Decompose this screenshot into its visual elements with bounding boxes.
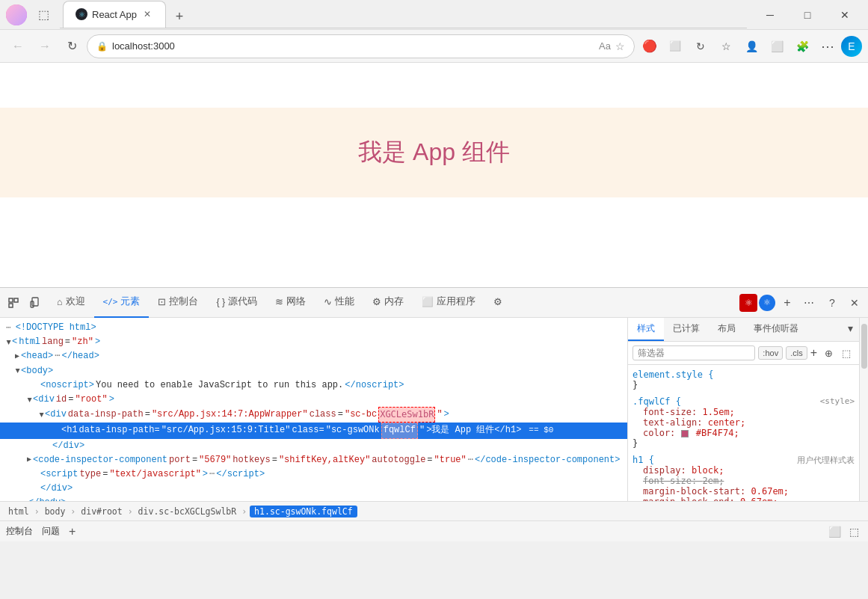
breadcrumb-h1[interactable]: h1.sc-gswONk.fqwlCf xyxy=(250,506,357,517)
tab-memory[interactable]: ⚙ 内存 xyxy=(363,288,413,318)
breadcrumb-div-root[interactable]: div#root xyxy=(79,506,124,517)
collections-icon[interactable]: ☆ xyxy=(714,34,738,58)
back-button[interactable]: ← xyxy=(6,34,30,58)
html-tree-selected-line[interactable]: <h1 data-insp-path="src/App.jsx:15:9:Tit… xyxy=(0,423,627,438)
html-tree-line[interactable]: </div> xyxy=(0,482,627,496)
styles-more-button[interactable]: ▾ xyxy=(842,318,859,341)
devtools-blue-icon[interactable]: ⚛ xyxy=(759,295,775,311)
tab-styles[interactable]: 样式 xyxy=(628,318,664,341)
extensions-icon[interactable]: 🧩 xyxy=(790,34,814,58)
toggle-device-button[interactable]: ⬚ xyxy=(838,345,855,361)
html-tree-line[interactable]: ▶ <code-inspector-component port="5679" … xyxy=(0,453,627,467)
performance-icon: ∿ xyxy=(324,296,332,307)
tab-close-button[interactable]: ✕ xyxy=(141,8,153,20)
close-devtools-button[interactable]: ✕ xyxy=(844,292,865,313)
tab-console[interactable]: ⊡ 控制台 xyxy=(149,288,207,318)
dock-side-button[interactable]: ⬚ xyxy=(846,523,862,540)
collapse-triangle[interactable]: ▶ xyxy=(23,398,35,402)
more-options-button[interactable]: ⋯ xyxy=(799,295,820,310)
reload-button[interactable]: ↻ xyxy=(60,34,84,58)
html-tree-line[interactable]: </div> xyxy=(0,439,627,453)
device-emulation-button[interactable] xyxy=(25,292,46,313)
html-tree-line[interactable]: <script type="text/javascript"> ⋯ </scri… xyxy=(0,467,627,482)
html-tree-line[interactable]: ▶ <div id="root" > xyxy=(0,393,627,407)
html-tree-line[interactable]: ▶ <head> ⋯ </head> xyxy=(0,349,627,363)
scrollbar-thumb[interactable] xyxy=(861,324,867,369)
add-tab-button[interactable]: + xyxy=(777,292,798,313)
active-tab[interactable]: ⚛ React App ✕ xyxy=(63,1,166,28)
new-style-rule-button[interactable]: ⊕ xyxy=(820,345,837,361)
console-label: 控制台 xyxy=(169,295,198,308)
style-selector-row: h1 { 用户代理样式表 xyxy=(632,455,855,465)
profile-avatar[interactable] xyxy=(6,4,27,25)
performance-label: 性能 xyxy=(335,295,354,308)
html-tree-line[interactable]: </body> xyxy=(0,496,627,501)
select-element-button[interactable] xyxy=(3,292,24,313)
tab-security[interactable]: ⚙ xyxy=(484,288,511,318)
undock-bottom-button[interactable]: ⬜ xyxy=(826,523,843,540)
nav-icon-1[interactable]: 🔴 xyxy=(638,34,662,58)
breadcrumb-div-sc[interactable]: div.sc-bcXGCLgSwlbR xyxy=(136,506,239,517)
sources-icon: { } xyxy=(216,297,225,307)
maximize-button[interactable]: □ xyxy=(790,3,825,27)
devtools-toolbar: ⌂ 欢迎 </> 元素 ⊡ 控制台 { } 源代码 ≋ 网络 ∿ 性能 xyxy=(0,288,868,318)
welcome-icon: ⌂ xyxy=(57,297,63,307)
hov-button[interactable]: :hov xyxy=(758,346,783,360)
minimize-button[interactable]: ─ xyxy=(753,3,787,27)
tab-welcome[interactable]: ⌂ 欢迎 xyxy=(48,288,94,318)
collapse-triangle[interactable]: ▶ xyxy=(15,351,19,363)
breadcrumb-html[interactable]: html xyxy=(6,506,31,517)
cls-button[interactable]: .cls xyxy=(786,346,807,360)
forward-button[interactable]: → xyxy=(33,34,57,58)
style-closing: } xyxy=(632,380,855,390)
add-panel-button[interactable]: + xyxy=(69,525,76,538)
html-tree-line[interactable]: ▶ <html lang="zh" > xyxy=(0,335,627,349)
html-tree-line[interactable]: ⋯ <!DOCTYPE html> xyxy=(0,321,627,335)
nav-icon-2[interactable]: ⬜ xyxy=(663,34,687,58)
html-tree-line[interactable]: ▶ <div data-insp-path="src/App.jsx:14:7:… xyxy=(0,407,627,423)
page-background-section: 我是 App 组件 xyxy=(0,108,868,197)
styles-filter-input[interactable] xyxy=(632,345,755,360)
html-tree-line[interactable]: ▶ <body> xyxy=(0,364,627,378)
extension-icon[interactable]: ⬚ xyxy=(33,4,54,25)
collapse-triangle[interactable]: ▶ xyxy=(2,340,14,345)
refresh-icon[interactable]: ↻ xyxy=(689,34,712,58)
react-devtools-icon[interactable]: ⚛ xyxy=(739,294,757,312)
tab-application[interactable]: ⬜ 应用程序 xyxy=(413,288,484,318)
more-button[interactable]: ⋯ xyxy=(816,34,840,58)
tab-layout[interactable]: 布局 xyxy=(709,318,745,341)
collapse-triangle[interactable]: ▶ xyxy=(11,369,23,373)
style-prop-margin-block-start: margin-block-start: 0.67em; xyxy=(632,486,855,497)
breadcrumb-body[interactable]: body xyxy=(43,506,68,517)
tab-network[interactable]: ≋ 网络 xyxy=(266,288,315,318)
filter-icons: ⊕ ⬚ xyxy=(820,345,855,361)
style-prop-display: display: block; xyxy=(632,465,855,476)
address-bar[interactable]: 🔒 localhost:3000 Aa ☆ xyxy=(87,34,635,58)
bottom-right-icons: ⬜ ⬚ xyxy=(826,523,862,540)
tab-computed[interactable]: 已计算 xyxy=(664,318,709,341)
add-style-button[interactable]: + xyxy=(810,346,817,360)
tab-performance[interactable]: ∿ 性能 xyxy=(315,288,363,318)
sidebar-icon[interactable]: ⬜ xyxy=(765,34,789,58)
copilot-icon[interactable]: Aa xyxy=(599,40,611,52)
close-button[interactable]: ✕ xyxy=(828,3,862,27)
security-icon: ⚙ xyxy=(493,296,502,307)
color-swatch[interactable] xyxy=(681,430,689,437)
style-prop-text-align: text-align: center; xyxy=(632,417,855,428)
tab-sources[interactable]: { } 源代码 xyxy=(207,288,266,318)
collapse-triangle[interactable]: ▶ xyxy=(35,413,47,417)
tab-event-listeners[interactable]: 事件侦听器 xyxy=(745,318,807,341)
console-icon: ⊡ xyxy=(158,296,166,307)
issues-bottom-link[interactable]: 问题 xyxy=(42,525,60,538)
collapse-triangle[interactable]: ▶ xyxy=(27,454,31,466)
account-icon[interactable]: 👤 xyxy=(739,34,763,58)
html-tree-line[interactable]: <noscript>You need to enable JavaScript … xyxy=(0,378,627,393)
scrollbar[interactable] xyxy=(859,318,868,501)
help-button[interactable]: ? xyxy=(822,292,843,313)
edge-icon[interactable]: E xyxy=(841,36,862,57)
tab-elements[interactable]: </> 元素 xyxy=(94,288,150,318)
tab-bar: ⚛ React App ✕ + xyxy=(60,1,747,28)
console-bottom-link[interactable]: 控制台 xyxy=(6,525,33,538)
favorite-icon[interactable]: ☆ xyxy=(615,40,625,52)
new-tab-button[interactable]: + xyxy=(169,7,190,28)
